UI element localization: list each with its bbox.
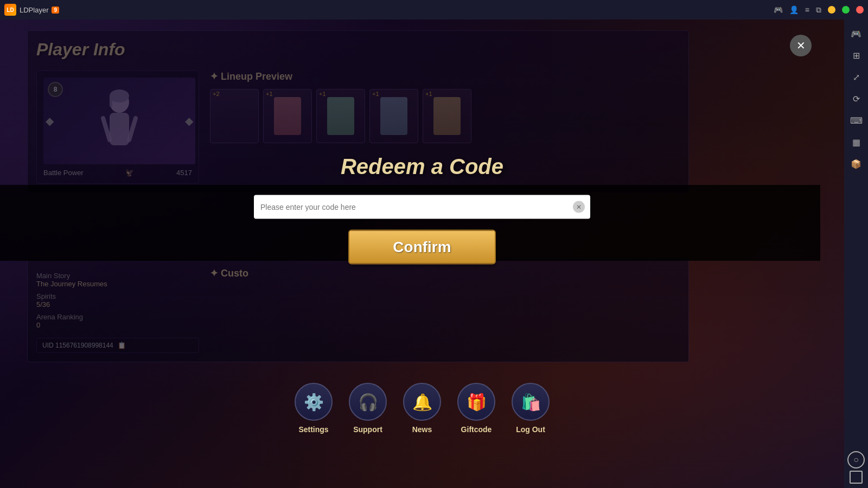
news-label: News — [412, 425, 432, 434]
settings-icon-circle: ⚙️ — [295, 383, 333, 421]
menu-item-settings[interactable]: ⚙️ Settings — [295, 383, 333, 434]
menu-item-logout[interactable]: 🛍️ Log Out — [512, 383, 550, 434]
sidebar-circle-icon[interactable]: ○ — [847, 451, 865, 468]
gamepad-icon[interactable]: 🎮 — [774, 5, 783, 14]
minimize-button[interactable] — [828, 6, 835, 14]
menu-item-news[interactable]: 🔔 News — [403, 383, 441, 434]
sidebar-package-icon[interactable]: 📦 — [846, 154, 866, 174]
input-clear-button[interactable]: ✕ — [573, 201, 585, 213]
sidebar-grid-icon[interactable]: ⊞ — [846, 46, 866, 65]
menu-item-support[interactable]: 🎧 Support — [349, 383, 387, 434]
bottom-menu: ⚙️ Settings 🎧 Support 🔔 News 🎁 Giftcode … — [295, 383, 550, 434]
maximize-button[interactable] — [842, 6, 850, 14]
giftcode-icon-circle: 🎁 — [457, 383, 495, 421]
settings-label: Settings — [298, 425, 328, 434]
sidebar-expand-icon[interactable]: ⤢ — [846, 67, 866, 87]
news-icon-circle: 🔔 — [403, 383, 441, 421]
redeem-modal-title: Redeem a Code — [341, 155, 503, 179]
menu-icon[interactable]: ≡ — [805, 5, 809, 14]
redeem-input-wrapper: ✕ — [254, 195, 590, 219]
support-label: Support — [353, 425, 382, 434]
logout-icon-circle: 🛍️ — [512, 383, 550, 421]
app-name: LDPlayer — [20, 6, 48, 14]
sidebar-chart-icon[interactable]: ▦ — [846, 132, 866, 152]
sidebar-square-icon[interactable] — [850, 471, 863, 484]
sidebar-gamepad-icon[interactable]: 🎮 — [846, 24, 866, 43]
redeem-code-input[interactable] — [254, 195, 590, 219]
right-sidebar: 🎮 ⊞ ⤢ ⟳ ⌨ ▦ 📦 ○ — [844, 20, 868, 488]
window-icon[interactable]: ⧉ — [816, 5, 821, 15]
user-icon[interactable]: 👤 — [789, 5, 799, 14]
titlebar-controls: 🎮 👤 ≡ ⧉ — [774, 5, 864, 15]
player-info-close-button[interactable]: ✕ — [790, 35, 812, 56]
titlebar-left: LD LDPlayer 9 — [4, 4, 59, 16]
version-badge: 9 — [52, 7, 59, 14]
logout-label: Log Out — [516, 425, 545, 434]
support-icon-circle: 🎧 — [349, 383, 387, 421]
menu-item-giftcode[interactable]: 🎁 Giftcode — [457, 383, 495, 434]
redeem-modal: Redeem a Code ✕ Confirm — [232, 155, 612, 286]
giftcode-label: Giftcode — [461, 425, 492, 434]
sidebar-sync-icon[interactable]: ⟳ — [846, 89, 866, 108]
game-area: Player Info 8 — [0, 20, 844, 488]
sidebar-keyboard-icon[interactable]: ⌨ — [846, 111, 866, 130]
titlebar: LD LDPlayer 9 🎮 👤 ≡ ⧉ — [0, 0, 868, 20]
app-logo: LD — [4, 4, 16, 16]
close-button[interactable] — [856, 6, 864, 14]
confirm-button[interactable]: Confirm — [348, 230, 495, 265]
